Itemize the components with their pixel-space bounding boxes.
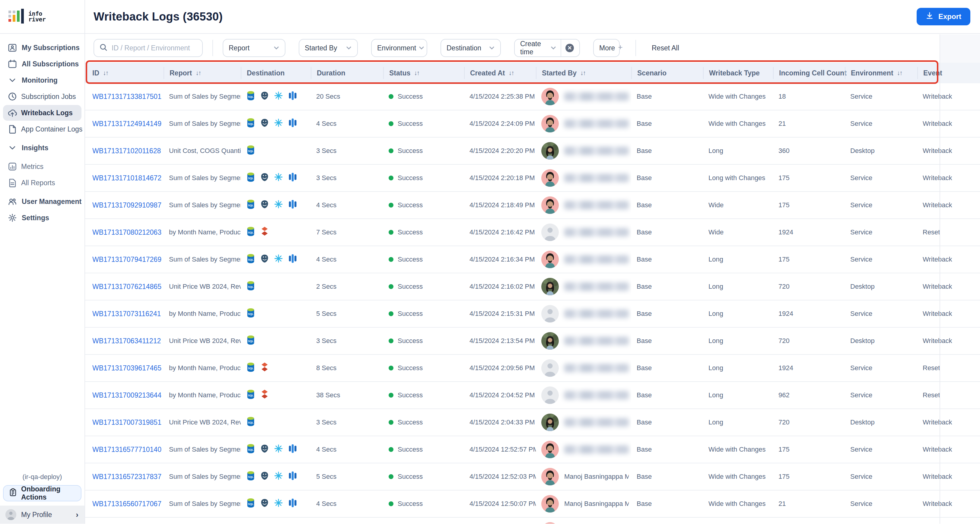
clear-filter-icon[interactable]: ✕	[565, 44, 574, 52]
log-id-link[interactable]: WB171316560717067	[92, 500, 161, 508]
cell-id: WB171317039617465	[92, 364, 164, 372]
sidebar-item-my-subscriptions[interactable]: My Subscriptions	[3, 40, 81, 56]
sidebar-item-metrics[interactable]: Metrics	[3, 159, 81, 175]
sidebar-item-monitoring[interactable]: Monitoring	[3, 72, 81, 88]
cell-destination: SQL	[241, 281, 311, 293]
column-header-event: Event	[917, 67, 972, 79]
status-label: Success	[398, 283, 423, 290]
sidebar-item-insights[interactable]: Insights	[3, 140, 81, 156]
log-id-link[interactable]: WB171317063411212	[92, 337, 161, 345]
cell-event: Writeback	[917, 201, 972, 209]
cell-event: Writeback	[917, 310, 972, 318]
avatar	[541, 495, 559, 513]
log-id-link[interactable]: WB171317039617465	[92, 364, 161, 372]
log-id-link[interactable]: WB171317092910987	[92, 201, 161, 209]
search-box[interactable]	[94, 39, 203, 57]
cell-environment: Service	[845, 201, 917, 209]
column-header-created-at: Created At↓↑	[464, 67, 536, 79]
status-dot	[389, 420, 393, 425]
my-profile[interactable]: My Profile ›	[0, 506, 84, 524]
cell-started_by	[536, 522, 631, 524]
sidebar-item-app-container-logs[interactable]: App Container Logs	[3, 121, 81, 137]
log-id-link[interactable]: WB171317080212063	[92, 229, 161, 236]
snowflake-icon	[274, 118, 283, 129]
sql-server-icon: SQL	[246, 389, 255, 401]
cell-writeback_type: Long	[703, 283, 773, 291]
filter-bar: ReportStarted ByEnvironmentDestinationCr…	[85, 34, 980, 62]
cell-started_by	[536, 88, 631, 105]
sidebar-item-label: Subscription Jobs	[21, 93, 76, 101]
sort-icon[interactable]: ↓↑	[103, 69, 108, 77]
filter-dropdown-destination[interactable]: Destination	[441, 39, 501, 57]
sidebar-item-all-subscriptions[interactable]: All Subscriptions	[3, 56, 81, 72]
cell-event: Writeback	[917, 473, 972, 481]
column-header-incoming-cell-count: Incoming Cell Count	[773, 67, 845, 79]
cell-created_at: 4/15/2024 12:52:03 PM	[464, 473, 536, 481]
sort-icon[interactable]: ↓↑	[196, 69, 200, 77]
log-id-link[interactable]: WB171317133817501	[92, 93, 161, 100]
cell-duration: 20 Secs	[311, 93, 383, 100]
sql-server-icon: SQL	[246, 172, 255, 184]
cell-created_at: 4/15/2024 2:16:42 PM	[464, 229, 536, 236]
log-id-link[interactable]: WB171317079417269	[92, 256, 161, 264]
log-id-link[interactable]: WB171317124914149	[92, 120, 161, 128]
cell-event: Writeback	[917, 256, 972, 264]
log-id-link[interactable]: WB171317101814672	[92, 174, 161, 182]
avatar	[541, 196, 559, 214]
log-id-link[interactable]: WB171317073116241	[92, 310, 161, 318]
cell-writeback_type: Wide with Changes	[703, 93, 773, 100]
sidebar-item-user-management[interactable]: User Management	[3, 194, 81, 210]
cell-started_by	[536, 278, 631, 295]
cell-environment: Desktop	[845, 147, 917, 155]
sort-icon[interactable]: ↓↑	[897, 69, 902, 77]
sidebar-item-all-reports[interactable]: All Reports	[3, 175, 81, 191]
log-id-link[interactable]: WB171317076214865	[92, 283, 161, 291]
sort-icon[interactable]: ↓↑	[414, 69, 419, 77]
status-label: Success	[398, 147, 423, 154]
status-label: Success	[398, 256, 423, 263]
sidebar: info river My SubscriptionsAll Subscript…	[0, 0, 85, 524]
status-label: Success	[398, 174, 423, 182]
sidebar-item-subscription-jobs[interactable]: Subscription Jobs	[3, 89, 81, 104]
filter-dropdown-environment[interactable]: Environment	[371, 39, 427, 57]
cell-status: Success	[383, 229, 464, 236]
column-header-label: Environment	[851, 69, 893, 77]
filter-dropdown-label: Environment	[377, 44, 416, 52]
sort-icon[interactable]: ↓↑	[580, 69, 585, 77]
sort-icon[interactable]: ↓↑	[508, 69, 514, 77]
status-label: Success	[398, 93, 423, 100]
status-label: Success	[398, 201, 423, 209]
status-dot	[389, 474, 393, 479]
filter-dropdown-more[interactable]: More+	[593, 39, 620, 57]
sidebar-item-writeback-logs[interactable]: Writeback Logs	[3, 105, 81, 121]
table-row: WB171316577710140Sum of Sales by Segment…	[85, 436, 980, 464]
log-id-link[interactable]: WB171316577710140	[92, 446, 161, 453]
sidebar-item-label: All Reports	[21, 179, 55, 187]
reset-all-button[interactable]: Reset All	[652, 44, 679, 52]
sidebar-item-settings[interactable]: Settings	[3, 210, 81, 225]
cell-id: WB171316577710140	[92, 446, 164, 454]
log-id-link[interactable]: WB171316572317837	[92, 473, 161, 481]
cell-destination: SQL	[241, 253, 311, 265]
filter-dropdown-create-time[interactable]: Create time✕	[514, 39, 580, 57]
cell-environment: Service	[845, 120, 917, 128]
cell-incoming_cell_count: 175	[773, 473, 845, 481]
export-button[interactable]: Export	[916, 8, 970, 25]
column-header-label: Incoming Cell Count	[779, 69, 846, 77]
onboarding-actions-button[interactable]: Onboarding Actions	[3, 485, 81, 502]
cell-incoming_cell_count: 962	[773, 391, 845, 399]
cell-writeback_type: Wide	[703, 229, 773, 236]
cell-writeback_type: Long	[703, 256, 773, 264]
log-id-link[interactable]: WB171317009213644	[92, 391, 161, 399]
sql-server-icon: SQL	[246, 443, 255, 456]
filter-dropdown-report[interactable]: Report	[223, 39, 285, 57]
cell-id: WB171317079417269	[92, 256, 164, 264]
log-id-link[interactable]: WB171317007319851	[92, 418, 161, 426]
clock-icon	[8, 92, 17, 101]
log-id-link[interactable]: WB171317102011628	[92, 147, 161, 155]
app-logo[interactable]: info river	[0, 0, 84, 34]
sidebar-footer: (ir-qa-deploy) Onboarding Actions	[0, 473, 84, 524]
filter-dropdown-started-by[interactable]: Started By	[299, 39, 358, 57]
column-header-scenario: Scenario	[631, 67, 703, 79]
search-input[interactable]	[111, 44, 193, 52]
